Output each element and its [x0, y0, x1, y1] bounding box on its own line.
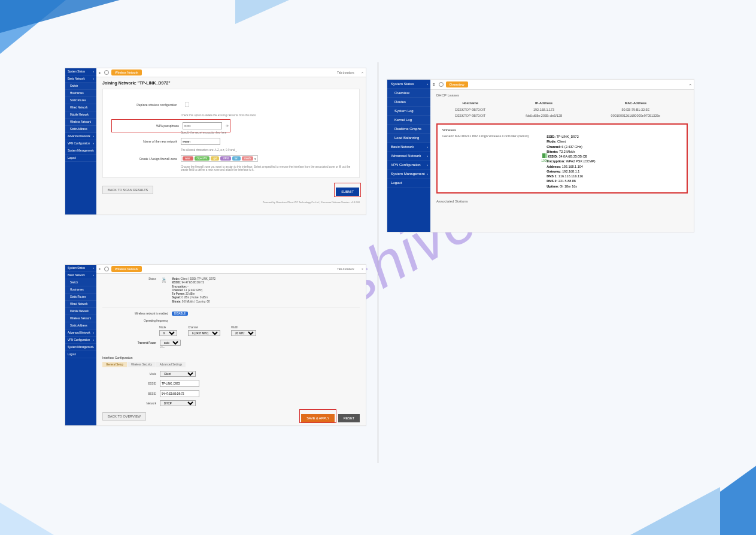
- sidebar-item-system-management[interactable]: System Management: [65, 344, 96, 351]
- firewall-zone-select[interactable]: wan: OpenWrt gst VPN lan mesh ▾: [181, 155, 258, 162]
- sidebar-item-static-address[interactable]: Static Address: [65, 322, 96, 330]
- refresh-icon[interactable]: [104, 70, 109, 75]
- status-enc-label: Encryption:: [172, 285, 187, 288]
- screenshot-joining-network: System Status Basic Network Switch Hostn…: [65, 68, 366, 215]
- sidebar-item-overview[interactable]: Overview: [387, 89, 430, 98]
- sidebar-item-advanced-network[interactable]: Advanced Network: [387, 152, 430, 161]
- tab-wireless-security[interactable]: Wireless Security: [127, 362, 156, 367]
- opfreq-mode-select[interactable]: N: [159, 330, 177, 336]
- sidebar-item-system-status[interactable]: System Status: [65, 265, 96, 272]
- wd-bitrate-l: Bitrate:: [546, 150, 558, 153]
- sidebar-item-mobile-network[interactable]: Mobile Network: [65, 111, 96, 119]
- tab-duration-label: Tab duration:: [337, 71, 354, 74]
- sidebar-item-system-status[interactable]: System Status: [65, 68, 96, 75]
- network-name-input[interactable]: [181, 138, 220, 145]
- dhcp-leases-table: Hostname IP-Address MAC-Address DESKTOP-…: [436, 99, 688, 119]
- wd-mode-v: Client: [557, 140, 566, 143]
- sidebar-item-mobile-network[interactable]: Mobile Network: [65, 308, 96, 315]
- refresh-icon[interactable]: [439, 82, 444, 87]
- wpa-passphrase-input[interactable]: [183, 122, 222, 129]
- opfreq-width-header: Width: [231, 326, 256, 329]
- tab-active[interactable]: Overview: [446, 81, 468, 87]
- sidebar-item-routes[interactable]: Routes: [387, 98, 430, 107]
- replace-config-checkbox[interactable]: [185, 102, 190, 107]
- if-network-select[interactable]: DHCP: [160, 400, 196, 406]
- if-bssid-input[interactable]: [160, 390, 199, 397]
- sidebar: System Status Basic Network Switch Hostn…: [65, 265, 96, 425]
- sidebar-item-wired-network[interactable]: Wired Network: [65, 301, 96, 308]
- fw-tag-gst: gst: [211, 156, 219, 161]
- status-label: Status: [102, 277, 156, 304]
- status-mode-value: Client | SSID: TP-LINK_D972: [181, 277, 216, 280]
- opfreq-width-select[interactable]: 20 MHz: [231, 330, 256, 336]
- device-status-box: Status 📡0% Mode: Client | SSID: TP-LINK_…: [102, 277, 360, 308]
- wireless-enabled-label: Wireless network is enabled: [102, 312, 168, 315]
- sidebar-item-basic-network[interactable]: Basic Network: [65, 75, 96, 83]
- refresh-icon[interactable]: [104, 267, 109, 271]
- sidebar-item-logout[interactable]: Logout: [65, 155, 96, 162]
- sidebar-item-vpn-config[interactable]: VPN Configuration: [65, 337, 96, 344]
- sidebar-item-system-log[interactable]: System Log: [387, 107, 430, 116]
- sidebar-item-switch[interactable]: Switch: [65, 83, 96, 90]
- sidebar-item-advanced-network[interactable]: Advanced Network: [65, 133, 96, 140]
- opfreq-channel-select[interactable]: 6 (2437 MHz): [188, 330, 220, 336]
- tab-active[interactable]: Wireless Network: [111, 69, 142, 75]
- status-bitrate-value: 0.0 Mbit/s | Country: 00: [182, 300, 210, 303]
- submit-button[interactable]: SUBMIT: [336, 188, 359, 196]
- disable-button[interactable]: DISABLE: [172, 312, 188, 316]
- wd-uptime-l: Uptime:: [546, 185, 558, 188]
- replace-config-tip: Check this option to delete the existing…: [181, 114, 351, 117]
- sidebar-item-wireless-network[interactable]: Wireless Network: [65, 315, 96, 322]
- sidebar-item-static-routes[interactable]: Static Routes: [65, 97, 96, 104]
- sidebar-item-basic-network[interactable]: Basic Network: [65, 272, 96, 279]
- status-mode-label: Mode:: [172, 277, 181, 280]
- panel-body: Joining Network: "TP-LINK_D972" Replace …: [96, 77, 366, 214]
- menu-icon[interactable]: ≡: [99, 71, 101, 74]
- wpa-passphrase-label: WPA passphrase: [113, 124, 179, 128]
- opfreq-channel-header: Channel: [188, 326, 220, 329]
- sidebar-item-static-routes[interactable]: Static Routes: [65, 294, 96, 301]
- back-to-scan-button[interactable]: BACK TO SCAN RESULTS: [102, 186, 153, 194]
- back-to-overview-button[interactable]: BACK TO OVERVIEW: [102, 412, 146, 421]
- sidebar-item-vpn-config[interactable]: VPN Configuration: [387, 161, 430, 170]
- sidebar-item-basic-network[interactable]: Basic Network: [387, 143, 430, 152]
- col-ip: IP-Address: [504, 99, 583, 107]
- wd-dns1-v: 116.116.116.116: [558, 174, 583, 178]
- sidebar-item-advanced-network[interactable]: Advanced Network: [65, 330, 96, 337]
- sidebar-item-logout[interactable]: Logout: [387, 179, 430, 188]
- sidebar-item-wired-network[interactable]: Wired Network: [65, 104, 96, 111]
- col-mac: MAC-Address: [584, 99, 688, 107]
- table-row: DESKTOP-9B7DOIT 192.168.1.173 50:EB:79:B…: [436, 107, 688, 113]
- wd-channel-l: Channel:: [546, 145, 561, 149]
- transmit-power-select[interactable]: auto: [160, 340, 181, 346]
- sidebar-item-system-management[interactable]: System Management: [387, 170, 430, 179]
- sidebar-item-system-management[interactable]: System Management: [65, 147, 96, 155]
- sidebar-item-switch[interactable]: Switch: [65, 279, 96, 286]
- reset-button[interactable]: RESET: [338, 414, 360, 422]
- sidebar-item-wireless-network[interactable]: Wireless Network: [65, 119, 96, 126]
- sidebar-item-hostnames[interactable]: Hostnames: [65, 286, 96, 294]
- if-mode-select[interactable]: Client: [160, 371, 196, 377]
- menu-icon[interactable]: ≡: [99, 267, 101, 271]
- tab-general-setup[interactable]: General Setup: [102, 362, 127, 367]
- menu-icon[interactable]: ≡: [433, 83, 435, 86]
- tab-advanced-settings[interactable]: Advanced Settings: [156, 362, 186, 367]
- wireless-status-box: Wireless Generic MAC80211 802.11bgn Wire…: [436, 123, 688, 194]
- sidebar-item-load-balancing[interactable]: Load Balancing: [387, 134, 430, 143]
- if-mode-label: Mode: [102, 373, 156, 376]
- sidebar-item-system-status[interactable]: System Status: [387, 80, 430, 89]
- sidebar-item-hostnames[interactable]: Hostnames: [65, 90, 96, 97]
- col-hostname: Hostname: [436, 99, 504, 107]
- tab-active[interactable]: Wireless Network: [111, 266, 142, 272]
- replace-config-label: Replace wireless configuration: [111, 103, 177, 107]
- status-txpower-value: 20 dBm: [186, 292, 195, 295]
- sidebar-item-vpn-config[interactable]: VPN Configuration: [65, 140, 96, 147]
- sidebar-item-kernel-log[interactable]: Kernel Log: [387, 116, 430, 125]
- sidebar-item-logout[interactable]: Logout: [65, 351, 96, 358]
- network-name-label: Name of the new network: [111, 140, 177, 143]
- cell-hostname: DESKTOP-9B7DOIT: [436, 107, 504, 113]
- sidebar-item-static-address[interactable]: Static Address: [65, 126, 96, 133]
- sidebar-item-realtime-graphs[interactable]: Realtime Graphs: [387, 125, 430, 134]
- if-essid-input[interactable]: [160, 380, 199, 387]
- save-apply-button[interactable]: SAVE & APPLY: [301, 414, 335, 422]
